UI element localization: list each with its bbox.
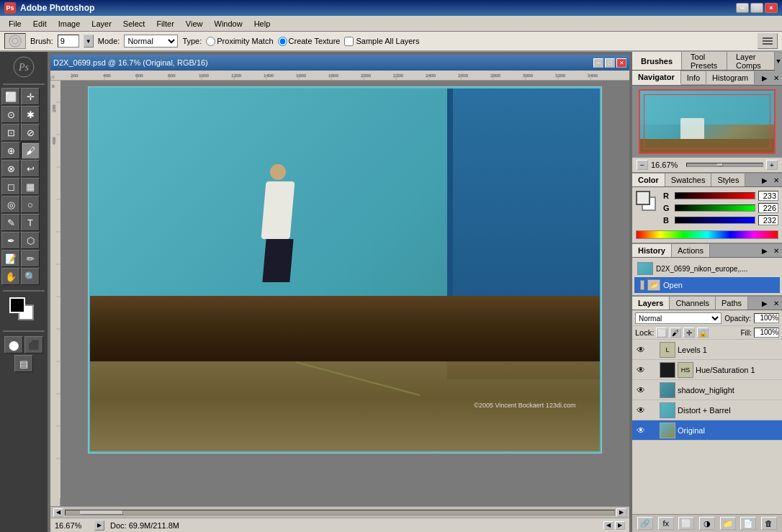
- tab-history[interactable]: History: [632, 244, 672, 257]
- tab-brushes[interactable]: Brushes: [632, 52, 682, 70]
- layer-chain-levels1[interactable]: [649, 344, 657, 356]
- sample-checkbox[interactable]: [344, 37, 354, 46]
- tab-paths[interactable]: Paths: [716, 297, 748, 310]
- layer-item-distort[interactable]: 👁 Distort + Barrel: [632, 400, 782, 420]
- tool-notes[interactable]: 📝: [1, 250, 20, 267]
- menu-help[interactable]: Help: [248, 18, 277, 30]
- tool-quick-mask[interactable]: ⬤: [4, 336, 23, 353]
- layers-menu-btn[interactable]: ▶: [759, 297, 770, 309]
- tool-magic-wand[interactable]: ✱: [21, 106, 40, 123]
- zoom-indicator[interactable]: ▶: [94, 520, 104, 531]
- fg-color-swatch[interactable]: [636, 191, 650, 205]
- delete-layer-btn[interactable]: 🗑: [761, 517, 777, 530]
- blend-mode-select[interactable]: Normal: [635, 312, 722, 324]
- layer-item-huesat[interactable]: 👁 HS Hue/Saturation 1: [632, 360, 782, 380]
- history-menu-btn[interactable]: ▶: [759, 245, 770, 256]
- tool-hand[interactable]: ✋: [1, 268, 20, 285]
- b-slider[interactable]: [675, 217, 755, 224]
- tool-move[interactable]: ✛: [21, 88, 40, 105]
- g-slider[interactable]: [675, 204, 755, 212]
- texture-radio[interactable]: [278, 37, 287, 46]
- tool-history-brush[interactable]: ↩: [21, 160, 40, 177]
- lock-image-btn[interactable]: 🖌: [670, 328, 681, 338]
- layer-eye-shadow[interactable]: 👁: [635, 384, 647, 396]
- tool-stamp[interactable]: ⊗: [1, 160, 20, 177]
- vscroll-up-btn[interactable]: ◀: [603, 521, 614, 530]
- brush-size-input[interactable]: [58, 35, 79, 48]
- tab-histogram[interactable]: Histogram: [706, 71, 755, 84]
- maximize-button[interactable]: □: [750, 3, 763, 13]
- navigator-menu-btn[interactable]: ▶: [759, 72, 770, 84]
- tool-pen[interactable]: ✒: [1, 232, 20, 249]
- lock-pixels-btn[interactable]: ⬜: [656, 328, 668, 338]
- tab-layer-comps[interactable]: Layer Comps: [727, 52, 775, 70]
- layer-item-original[interactable]: 👁 Original: [632, 420, 782, 441]
- scroll-thumb[interactable]: [80, 510, 123, 515]
- foreground-color[interactable]: [9, 297, 25, 313]
- scroll-track[interactable]: [65, 510, 615, 515]
- menu-select[interactable]: Select: [117, 18, 151, 30]
- tab-navigator[interactable]: Navigator: [632, 71, 681, 85]
- zoom-slider[interactable]: [686, 163, 763, 167]
- menu-view[interactable]: View: [180, 18, 209, 30]
- options-menu-btn[interactable]: [758, 33, 778, 49]
- color-swatches[interactable]: [9, 297, 38, 325]
- tool-marquee[interactable]: ⬜: [1, 88, 20, 105]
- horizontal-scrollbar[interactable]: ◀ ▶: [50, 506, 629, 518]
- panel-top-collapse[interactable]: ▼: [775, 52, 782, 71]
- new-group-btn[interactable]: 📁: [720, 517, 736, 530]
- color-spectrum[interactable]: [636, 230, 778, 239]
- vscroll-down-btn[interactable]: ▶: [615, 521, 625, 530]
- tool-zoom[interactable]: 🔍: [21, 268, 40, 285]
- layer-item-levels1[interactable]: 👁 L Levels 1: [632, 340, 782, 360]
- lock-position-btn[interactable]: ✛: [683, 328, 695, 338]
- tool-brush[interactable]: 🖌: [21, 142, 40, 159]
- tool-shape[interactable]: ⬡: [21, 232, 40, 249]
- menu-image[interactable]: Image: [53, 18, 86, 30]
- tab-channels[interactable]: Channels: [670, 297, 715, 310]
- tab-actions[interactable]: Actions: [672, 244, 710, 257]
- opacity-input[interactable]: 100%: [754, 313, 779, 323]
- scroll-left-btn[interactable]: ◀: [53, 508, 63, 517]
- document-controls[interactable]: ─ □ ✕: [593, 58, 626, 68]
- menu-window[interactable]: Window: [209, 18, 248, 30]
- layer-chain-distort[interactable]: [649, 405, 657, 416]
- tool-imageready[interactable]: ▤: [14, 355, 33, 372]
- tool-crop[interactable]: ⊡: [1, 124, 20, 141]
- tab-swatches[interactable]: Swatches: [665, 173, 712, 186]
- doc-maximize-btn[interactable]: □: [605, 58, 615, 68]
- fill-input[interactable]: 100%: [754, 328, 779, 338]
- brush-dropdown-btn[interactable]: ▼: [84, 35, 94, 48]
- g-value[interactable]: 226: [758, 203, 778, 213]
- tool-dodge[interactable]: ○: [21, 196, 40, 213]
- sample-checkbox-label[interactable]: Sample All Layers: [344, 37, 419, 46]
- mode-select[interactable]: Normal Multiply Screen: [124, 35, 178, 48]
- history-item-open[interactable]: 📂 Open: [634, 277, 780, 293]
- link-layers-btn[interactable]: 🔗: [637, 517, 653, 530]
- titlebar-controls[interactable]: − □ ×: [736, 3, 778, 13]
- scroll-right-btn[interactable]: ▶: [616, 508, 626, 517]
- tab-tool-presets[interactable]: Tool Presets: [682, 52, 727, 70]
- layer-chain-original[interactable]: [649, 425, 657, 436]
- menu-file[interactable]: File: [3, 18, 27, 30]
- new-adjustment-btn[interactable]: ◑: [699, 517, 715, 530]
- menu-filter[interactable]: Filter: [150, 18, 179, 30]
- tab-layers[interactable]: Layers: [632, 297, 670, 310]
- tab-color[interactable]: Color: [632, 173, 665, 186]
- zoom-in-btn[interactable]: +: [766, 160, 778, 170]
- history-snapshot[interactable]: D2X_0699_nikon_europe,....: [634, 260, 780, 277]
- tab-info[interactable]: Info: [681, 71, 706, 84]
- tool-eraser[interactable]: ◻: [1, 178, 20, 195]
- doc-close-btn[interactable]: ✕: [616, 58, 626, 68]
- tool-slice[interactable]: ⊘: [21, 124, 40, 141]
- tool-gradient[interactable]: ▦: [21, 178, 40, 195]
- tool-heal[interactable]: ⊕: [1, 142, 20, 159]
- doc-minimize-btn[interactable]: ─: [593, 58, 603, 68]
- texture-radio-label[interactable]: Create Texture: [278, 37, 341, 46]
- zoom-out-btn[interactable]: −: [637, 160, 648, 170]
- add-mask-btn[interactable]: ⬜: [678, 517, 694, 530]
- proximity-radio[interactable]: [206, 37, 215, 46]
- layer-chain-shadow[interactable]: [649, 384, 657, 396]
- new-layer-btn[interactable]: 📄: [740, 517, 756, 530]
- b-value[interactable]: 232: [758, 215, 778, 225]
